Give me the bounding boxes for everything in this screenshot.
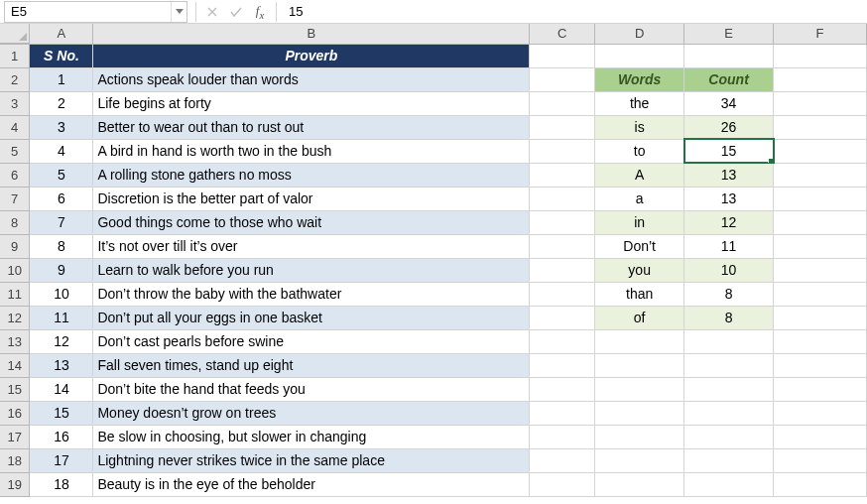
row-header-9[interactable]: 9 <box>0 234 30 258</box>
formula-input[interactable] <box>281 1 867 23</box>
cell-E2[interactable]: Count <box>684 67 774 91</box>
cell-D7[interactable]: a <box>595 187 684 210</box>
cell-F15[interactable] <box>774 377 867 401</box>
cell-F2[interactable] <box>774 67 867 91</box>
cell-E11[interactable]: 8 <box>684 282 774 306</box>
cell-B11[interactable]: Don’t throw the baby with the bathwater <box>93 282 530 306</box>
cell-F11[interactable] <box>774 282 867 306</box>
cell-F14[interactable] <box>774 353 867 377</box>
column-header-D[interactable]: D <box>595 24 684 44</box>
cell-A17[interactable]: 16 <box>30 425 93 448</box>
cell-D10[interactable]: you <box>595 258 684 282</box>
cell-E6[interactable]: 13 <box>684 163 774 187</box>
cell-F12[interactable] <box>774 306 867 329</box>
cell-F8[interactable] <box>774 210 867 234</box>
row-header-2[interactable]: 2 <box>0 67 30 91</box>
cell-B3[interactable]: Life begins at forty <box>93 91 530 115</box>
cell-C4[interactable] <box>530 115 595 139</box>
cell-A6[interactable]: 5 <box>30 163 93 187</box>
cell-D2[interactable]: Words <box>595 67 684 91</box>
cell-E17[interactable] <box>684 425 774 448</box>
cell-F9[interactable] <box>774 234 867 258</box>
cancel-icon[interactable] <box>200 1 224 23</box>
cell-A13[interactable]: 12 <box>30 329 93 353</box>
row-header-13[interactable]: 13 <box>0 329 30 353</box>
cell-D3[interactable]: the <box>595 91 684 115</box>
cell-C17[interactable] <box>530 425 595 448</box>
cell-E12[interactable]: 8 <box>684 306 774 329</box>
cell-B4[interactable]: Better to wear out than to rust out <box>93 115 530 139</box>
cell-D9[interactable]: Don’t <box>595 234 684 258</box>
cell-C6[interactable] <box>530 163 595 187</box>
cell-A12[interactable]: 11 <box>30 306 93 329</box>
cell-A4[interactable]: 3 <box>30 115 93 139</box>
cell-E13[interactable] <box>684 329 774 353</box>
cell-A15[interactable]: 14 <box>30 377 93 401</box>
cell-F10[interactable] <box>774 258 867 282</box>
cell-B5[interactable]: A bird in hand is worth two in the bush <box>93 139 530 163</box>
row-header-16[interactable]: 16 <box>0 401 30 425</box>
column-header-A[interactable]: A <box>30 24 93 44</box>
cell-A9[interactable]: 8 <box>30 234 93 258</box>
cell-E14[interactable] <box>684 353 774 377</box>
cell-E18[interactable] <box>684 448 774 472</box>
cell-F19[interactable] <box>774 472 867 496</box>
cell-C1[interactable] <box>530 44 595 67</box>
cell-E16[interactable] <box>684 401 774 425</box>
enter-icon[interactable] <box>224 1 248 23</box>
cell-C10[interactable] <box>530 258 595 282</box>
row-header-18[interactable]: 18 <box>0 448 30 472</box>
column-header-B[interactable]: B <box>93 24 530 44</box>
cell-D19[interactable] <box>595 472 684 496</box>
cell-A10[interactable]: 9 <box>30 258 93 282</box>
name-box[interactable]: E5 <box>4 1 187 23</box>
cell-E7[interactable]: 13 <box>684 187 774 210</box>
cell-A1[interactable]: S No. <box>30 44 93 67</box>
cell-C8[interactable] <box>530 210 595 234</box>
cell-B9[interactable]: It’s not over till it’s over <box>93 234 530 258</box>
cell-B8[interactable]: Good things come to those who wait <box>93 210 530 234</box>
cell-C16[interactable] <box>530 401 595 425</box>
cell-C9[interactable] <box>530 234 595 258</box>
cell-B17[interactable]: Be slow in choosing, but slower in chang… <box>93 425 530 448</box>
cell-C3[interactable] <box>530 91 595 115</box>
row-header-15[interactable]: 15 <box>0 377 30 401</box>
cell-A5[interactable]: 4 <box>30 139 93 163</box>
cell-B16[interactable]: Money doesn’t grow on trees <box>93 401 530 425</box>
cell-B15[interactable]: Don’t bite the hand that feeds you <box>93 377 530 401</box>
cell-A7[interactable]: 6 <box>30 187 93 210</box>
cell-C14[interactable] <box>530 353 595 377</box>
cell-C11[interactable] <box>530 282 595 306</box>
cell-E9[interactable]: 11 <box>684 234 774 258</box>
cell-E1[interactable] <box>684 44 774 67</box>
cell-E15[interactable] <box>684 377 774 401</box>
row-header-12[interactable]: 12 <box>0 306 30 329</box>
cell-D1[interactable] <box>595 44 684 67</box>
cell-E3[interactable]: 34 <box>684 91 774 115</box>
cell-F5[interactable] <box>774 139 867 163</box>
cell-F16[interactable] <box>774 401 867 425</box>
row-header-7[interactable]: 7 <box>0 187 30 210</box>
row-header-10[interactable]: 10 <box>0 258 30 282</box>
cell-A19[interactable]: 18 <box>30 472 93 496</box>
cell-B2[interactable]: Actions speak louder than words <box>93 67 530 91</box>
cell-B18[interactable]: Lightning never strikes twice in the sam… <box>93 448 530 472</box>
cell-C2[interactable] <box>530 67 595 91</box>
cell-C19[interactable] <box>530 472 595 496</box>
row-header-3[interactable]: 3 <box>0 91 30 115</box>
spreadsheet-grid[interactable]: ABCDEF1S No.Proverb21Actions speak loude… <box>0 24 867 497</box>
cell-C12[interactable] <box>530 306 595 329</box>
cell-D16[interactable] <box>595 401 684 425</box>
cell-B13[interactable]: Don’t cast pearls before swine <box>93 329 530 353</box>
cell-D13[interactable] <box>595 329 684 353</box>
cell-F6[interactable] <box>774 163 867 187</box>
cell-D15[interactable] <box>595 377 684 401</box>
cell-E10[interactable]: 10 <box>684 258 774 282</box>
cell-D11[interactable]: than <box>595 282 684 306</box>
cell-C18[interactable] <box>530 448 595 472</box>
fx-icon[interactable]: fx <box>248 1 272 23</box>
cell-B6[interactable]: A rolling stone gathers no moss <box>93 163 530 187</box>
cell-B19[interactable]: Beauty is in the eye of the beholder <box>93 472 530 496</box>
row-header-5[interactable]: 5 <box>0 139 30 163</box>
cell-F18[interactable] <box>774 448 867 472</box>
